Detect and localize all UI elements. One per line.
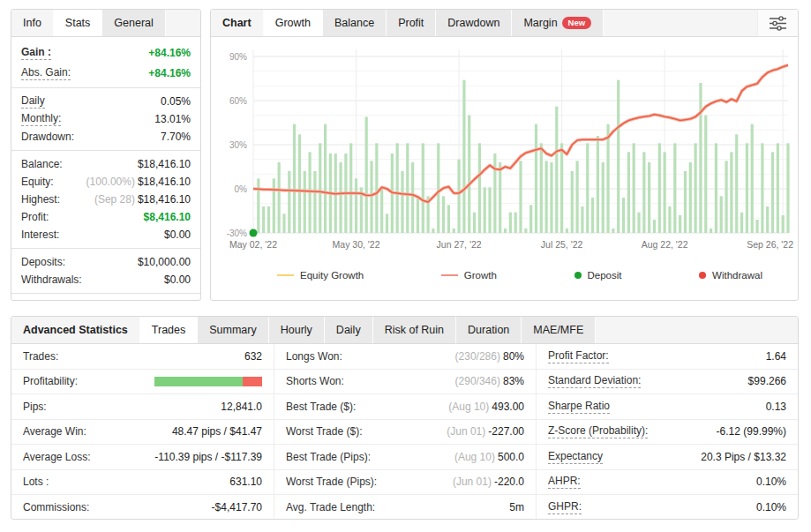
stat-value-muted: (Aug 10) bbox=[448, 401, 489, 413]
stat-value: -$4,417.70 bbox=[212, 501, 262, 513]
stat-value-main: 631.10 bbox=[229, 476, 262, 488]
daily-gain-bar bbox=[653, 220, 656, 233]
info-tab-label: General bbox=[114, 17, 153, 29]
info-label[interactable]: Abs. Gain: bbox=[21, 66, 71, 80]
y-axis-tick: -30% bbox=[227, 229, 247, 238]
divider bbox=[11, 293, 200, 294]
divider bbox=[11, 248, 200, 249]
stat-label: Lots : bbox=[23, 476, 49, 488]
stat-label[interactable]: GHPR: bbox=[548, 500, 582, 514]
chart-tab-growth[interactable]: Growth bbox=[264, 10, 323, 36]
deposit-swatch-dot bbox=[574, 272, 582, 279]
daily-gain-bar bbox=[695, 143, 697, 233]
daily-gain-bar bbox=[581, 206, 583, 233]
stat-cell-longs-won: Longs Won:(230/286)80% bbox=[274, 344, 536, 370]
withdrawal-swatch-dot bbox=[699, 272, 706, 279]
chart-tab-drawdown[interactable]: Drawdown bbox=[436, 10, 512, 36]
daily-gain-bar bbox=[597, 136, 599, 233]
daily-gain-bar bbox=[710, 229, 712, 233]
daily-gain-bar bbox=[606, 124, 609, 233]
daily-gain-bar bbox=[375, 143, 378, 233]
stats-tab-risk-of-ruin[interactable]: Risk of Ruin bbox=[373, 317, 456, 343]
daily-gain-bar bbox=[658, 143, 661, 233]
chart-tab-chart[interactable]: Chart bbox=[211, 10, 264, 36]
chart-tabbar: ChartGrowthBalanceProfitDrawdownMarginNe… bbox=[211, 10, 798, 37]
stat-cell-standard-deviation: Standard Deviation:$99.266 bbox=[536, 370, 798, 395]
stat-value-main: -110.39 pips / -$117.39 bbox=[154, 451, 262, 463]
stats-tab-daily[interactable]: Daily bbox=[325, 317, 373, 343]
daily-gain-bar bbox=[457, 160, 460, 233]
deposit-marker bbox=[250, 229, 258, 237]
divider bbox=[11, 150, 200, 151]
daily-gain-bar bbox=[555, 107, 558, 233]
stat-value: 0.10% bbox=[756, 501, 786, 513]
daily-gain-bar bbox=[771, 152, 774, 233]
stat-value-muted: (Jun 01) bbox=[447, 425, 485, 438]
daily-gain-bar bbox=[720, 196, 723, 233]
stats-tab-mae-mfe[interactable]: MAE/MFE bbox=[522, 317, 596, 343]
daily-gain-bar bbox=[514, 213, 517, 233]
stat-label[interactable]: AHPR: bbox=[548, 475, 581, 489]
info-row-daily: Daily0.05% bbox=[11, 93, 200, 110]
daily-gain-bar bbox=[298, 134, 301, 233]
info-value-muted: (100.00%) bbox=[86, 176, 135, 188]
info-label: Balance: bbox=[21, 158, 63, 170]
chart-tab-profit[interactable]: Profit bbox=[387, 10, 436, 36]
stat-label: Commissions: bbox=[23, 501, 89, 513]
stat-label[interactable]: Profit Factor: bbox=[548, 349, 609, 363]
x-axis-tick: Jun 27, '22 bbox=[437, 239, 482, 250]
info-label[interactable]: Monthly: bbox=[21, 112, 61, 126]
chart-tab-balance[interactable]: Balance bbox=[323, 10, 387, 36]
stat-value: (Aug 10)493.00 bbox=[448, 401, 524, 413]
daily-gain-bar bbox=[493, 154, 496, 233]
info-value-main: $18,416.10 bbox=[138, 193, 191, 206]
chart-tab-label: Balance bbox=[334, 17, 374, 29]
stats-tab-duration[interactable]: Duration bbox=[456, 317, 522, 343]
stats-tab-advanced-statistics[interactable]: Advanced Statistics bbox=[11, 317, 140, 343]
info-tab-general[interactable]: General bbox=[102, 10, 165, 36]
stat-label[interactable]: Z-Score (Probability): bbox=[548, 424, 648, 438]
info-panel: InfoStatsGeneral Gain :+84.16%Abs. Gain:… bbox=[11, 9, 201, 301]
stats-tab-summary[interactable]: Summary bbox=[198, 317, 268, 343]
daily-gain-bar bbox=[550, 162, 552, 233]
stats-tab-trades[interactable]: Trades bbox=[140, 317, 198, 343]
daily-gain-bar bbox=[684, 171, 687, 233]
stats-tab-hourly[interactable]: Hourly bbox=[269, 317, 325, 343]
daily-gain-bar bbox=[740, 213, 743, 233]
stat-label: Pips: bbox=[23, 401, 47, 413]
info-label[interactable]: Daily bbox=[21, 94, 45, 109]
daily-gain-bar bbox=[437, 143, 439, 233]
chart-settings-button[interactable] bbox=[757, 10, 798, 36]
stat-label[interactable]: Standard Deviation: bbox=[548, 374, 641, 388]
daily-gain-bar bbox=[591, 198, 594, 233]
daily-gain-bar bbox=[751, 124, 754, 233]
equity-growth-swatch-line bbox=[277, 274, 294, 276]
stat-value: (Jun 01)-227.00 bbox=[447, 425, 524, 438]
stat-value-main: 48.47 pips / $41.47 bbox=[172, 425, 262, 438]
info-row-monthly: Monthly:13.01% bbox=[11, 110, 200, 128]
daily-gain-bar bbox=[411, 162, 414, 233]
daily-gain-bar bbox=[262, 206, 265, 233]
info-value-main: $10,000.00 bbox=[138, 256, 191, 268]
growth-chart-canvas: 90%60%30%0%-30%May 02, '22May 30, '22Jun… bbox=[213, 41, 796, 259]
stat-value-main: 493.00 bbox=[492, 401, 524, 413]
chart-tab-label: Growth bbox=[275, 17, 311, 29]
info-label: Deposits: bbox=[21, 256, 65, 268]
info-label[interactable]: Gain : bbox=[21, 46, 51, 60]
legend-label: Growth bbox=[464, 270, 497, 281]
info-tab-stats[interactable]: Stats bbox=[54, 10, 103, 36]
stat-value: (290/346)83% bbox=[455, 375, 524, 387]
stat-label[interactable]: Expectancy bbox=[548, 450, 603, 464]
daily-gain-bar bbox=[386, 214, 388, 233]
daily-gain-bar bbox=[282, 214, 285, 233]
chart-tab-margin[interactable]: MarginNew bbox=[512, 10, 604, 36]
info-value: $18,416.10 bbox=[138, 158, 191, 170]
daily-gain-bar bbox=[370, 161, 372, 233]
daily-gain-bar bbox=[566, 229, 568, 233]
trading-stats-dashboard: InfoStatsGeneral Gain :+84.16%Abs. Gain:… bbox=[0, 0, 811, 532]
chart-panel: ChartGrowthBalanceProfitDrawdownMarginNe… bbox=[210, 9, 799, 301]
daily-gain-bar bbox=[380, 187, 383, 233]
stat-cell-average-win: Average Win:48.47 pips / $41.47 bbox=[11, 420, 274, 446]
stat-label[interactable]: Sharpe Ratio bbox=[548, 400, 610, 414]
info-tab-info[interactable]: Info bbox=[11, 10, 54, 36]
